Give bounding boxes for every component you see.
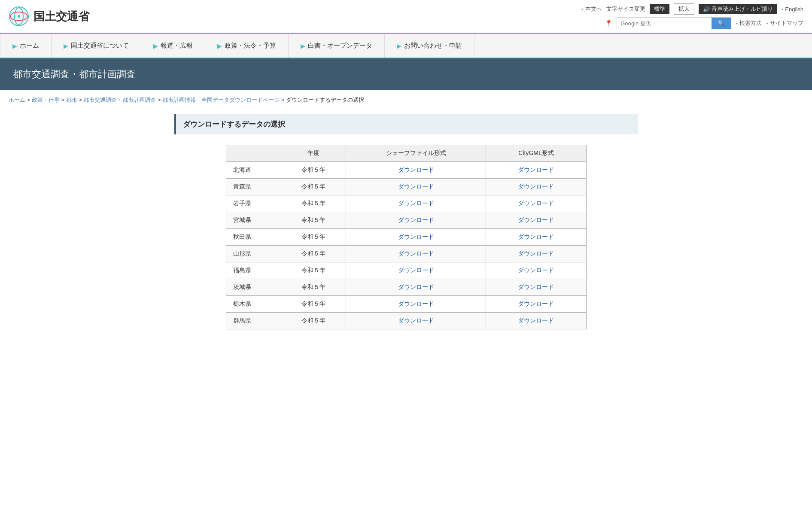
table-row: 群馬県令和５年ダウンロードダウンロード: [226, 313, 586, 329]
section-title: ダウンロードするデータの選択: [174, 114, 638, 134]
font-size-label: 文字サイズ変更: [606, 5, 645, 13]
shapefile-cell: ダウンロード: [346, 162, 486, 179]
year-cell: 令和５年: [281, 179, 346, 195]
citygml-download-link[interactable]: ダウンロード: [518, 216, 554, 223]
nav-item-2[interactable]: ▶報道・広報: [141, 34, 205, 58]
shapefile-download-link[interactable]: ダウンロード: [398, 283, 434, 290]
logo-icon: [9, 6, 29, 27]
shapefile-cell: ダウンロード: [346, 246, 486, 262]
voice-button[interactable]: 🔊 音声読み上げ・ルビ振り: [699, 4, 777, 14]
font-enlarge-button[interactable]: 拡大: [674, 3, 694, 15]
citygml-cell: ダウンロード: [486, 279, 586, 296]
pref-cell: 山形県: [226, 246, 281, 262]
nav-to-main-link[interactable]: 本文へ: [581, 5, 602, 13]
breadcrumb-separator: >: [156, 97, 162, 103]
shapefile-cell: ダウンロード: [346, 179, 486, 195]
breadcrumb-separator: >: [60, 97, 66, 103]
citygml-cell: ダウンロード: [486, 179, 586, 195]
citygml-download-link[interactable]: ダウンロード: [518, 317, 554, 324]
shapefile-download-link[interactable]: ダウンロード: [398, 200, 434, 207]
nav-item-4[interactable]: ▶白書・オープンデータ: [289, 34, 385, 58]
breadcrumb-separator: >: [25, 97, 32, 103]
table-row: 宮城県令和５年ダウンロードダウンロード: [226, 212, 586, 229]
sitemap-link[interactable]: サイトマップ: [766, 19, 803, 27]
shapefile-cell: ダウンロード: [346, 229, 486, 246]
citygml-cell: ダウンロード: [486, 313, 586, 329]
citygml-download-link[interactable]: ダウンロード: [518, 183, 554, 190]
citygml-download-link[interactable]: ダウンロード: [518, 233, 554, 240]
col-year: 年度: [281, 145, 346, 162]
table-row: 茨城県令和５年ダウンロードダウンロード: [226, 279, 586, 296]
breadcrumb-item-1[interactable]: 政策・仕事: [32, 97, 60, 103]
table-row: 北海道令和５年ダウンロードダウンロード: [226, 162, 586, 179]
citygml-cell: ダウンロード: [486, 229, 586, 246]
download-table: 年度 シェープファイル形式 CityGML形式 北海道令和５年ダウンロードダウン…: [226, 145, 587, 329]
table-row: 栃木県令和５年ダウンロードダウンロード: [226, 296, 586, 313]
citygml-cell: ダウンロード: [486, 262, 586, 279]
citygml-cell: ダウンロード: [486, 212, 586, 229]
table-row: 岩手県令和５年ダウンロードダウンロード: [226, 195, 586, 212]
citygml-download-link[interactable]: ダウンロード: [518, 283, 554, 290]
year-cell: 令和５年: [281, 162, 346, 179]
shapefile-download-link[interactable]: ダウンロード: [398, 216, 434, 223]
page-banner-title: 都市交通調査・都市計画調査: [13, 68, 799, 81]
shapefile-download-link[interactable]: ダウンロード: [398, 250, 434, 257]
col-shapefile: シェープファイル形式: [346, 145, 486, 162]
pref-cell: 茨城県: [226, 279, 281, 296]
citygml-cell: ダウンロード: [486, 296, 586, 313]
english-link[interactable]: English: [782, 6, 803, 12]
shapefile-cell: ダウンロード: [346, 262, 486, 279]
pref-cell: 群馬県: [226, 313, 281, 329]
nav-arrow-icon: ▶: [12, 43, 17, 49]
shapefile-download-link[interactable]: ダウンロード: [398, 166, 434, 173]
header-right: 本文へ 文字サイズ変更 標準 拡大 🔊 音声読み上げ・ルビ振り English …: [581, 3, 803, 29]
year-cell: 令和５年: [281, 212, 346, 229]
search-input[interactable]: [617, 18, 712, 28]
svg-point-3: [18, 15, 20, 18]
breadcrumb-item-0[interactable]: ホーム: [9, 97, 25, 103]
year-cell: 令和５年: [281, 279, 346, 296]
pref-cell: 栃木県: [226, 296, 281, 313]
shapefile-download-link[interactable]: ダウンロード: [398, 233, 434, 240]
breadcrumb-item-4[interactable]: 都市計画情報 全国データダウンロードページ: [162, 97, 280, 103]
citygml-download-link[interactable]: ダウンロード: [518, 267, 554, 274]
pref-cell: 宮城県: [226, 212, 281, 229]
citygml-download-link[interactable]: ダウンロード: [518, 166, 554, 173]
nav-arrow-icon: ▶: [397, 43, 401, 49]
breadcrumb-separator: >: [77, 97, 84, 103]
citygml-download-link[interactable]: ダウンロード: [518, 300, 554, 307]
citygml-cell: ダウンロード: [486, 195, 586, 212]
shapefile-download-link[interactable]: ダウンロード: [398, 300, 434, 307]
citygml-download-link[interactable]: ダウンロード: [518, 200, 554, 207]
citygml-download-link[interactable]: ダウンロード: [518, 250, 554, 257]
shapefile-download-link[interactable]: ダウンロード: [398, 267, 434, 274]
nav-item-3[interactable]: ▶政策・法令・予算: [205, 34, 289, 58]
nav-item-5[interactable]: ▶お問い合わせ・申請: [385, 34, 474, 58]
font-standard-button[interactable]: 標準: [650, 4, 669, 14]
breadcrumb-item-2[interactable]: 都市: [66, 97, 77, 103]
shapefile-cell: ダウンロード: [346, 212, 486, 229]
nav-item-1[interactable]: ▶国土交通省について: [52, 34, 141, 58]
shapefile-download-link[interactable]: ダウンロード: [398, 183, 434, 190]
col-citygml: CityGML形式: [486, 145, 586, 162]
col-pref: [226, 145, 281, 162]
year-cell: 令和５年: [281, 229, 346, 246]
table-body: 北海道令和５年ダウンロードダウンロード青森県令和５年ダウンロードダウンロード岩手…: [226, 162, 586, 329]
nav-item-0[interactable]: ▶ホーム: [0, 34, 52, 58]
year-cell: 令和５年: [281, 195, 346, 212]
citygml-cell: ダウンロード: [486, 246, 586, 262]
logo-area: 国土交通省: [9, 6, 89, 27]
pref-cell: 青森県: [226, 179, 281, 195]
year-cell: 令和５年: [281, 262, 346, 279]
nav-list: ▶ホーム▶国土交通省について▶報道・広報▶政策・法令・予算▶白書・オープンデータ…: [0, 34, 812, 58]
search-button[interactable]: 🔍: [712, 18, 731, 29]
breadcrumb-item-3[interactable]: 都市交通調査・都市計画調査: [83, 97, 156, 103]
search-links: 検索方法 サイトマップ: [736, 19, 803, 27]
shapefile-download-link[interactable]: ダウンロード: [398, 317, 434, 324]
table-row: 山形県令和５年ダウンロードダウンロード: [226, 246, 586, 262]
search-method-link[interactable]: 検索方法: [736, 19, 762, 27]
pref-cell: 秋田県: [226, 229, 281, 246]
nav-arrow-icon: ▶: [64, 43, 68, 49]
breadcrumb-separator: >: [280, 97, 286, 103]
header-tools: 本文へ 文字サイズ変更 標準 拡大 🔊 音声読み上げ・ルビ振り English: [581, 3, 803, 15]
